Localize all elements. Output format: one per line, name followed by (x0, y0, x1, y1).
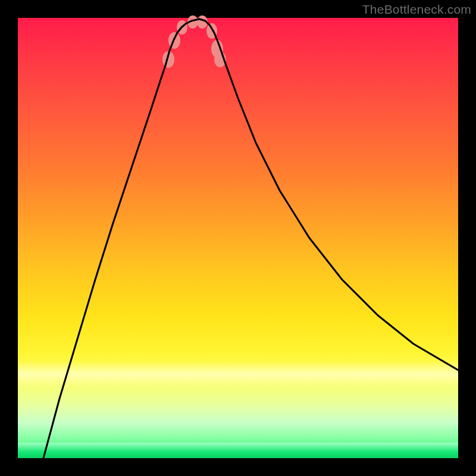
watermark-label: TheBottleneck.com (362, 2, 471, 17)
curve-left-branch (43, 19, 199, 458)
marker-group (162, 15, 226, 68)
curve-right-branch (199, 19, 458, 370)
chart-stage: TheBottleneck.com (0, 0, 476, 476)
curve-layer (18, 18, 458, 458)
